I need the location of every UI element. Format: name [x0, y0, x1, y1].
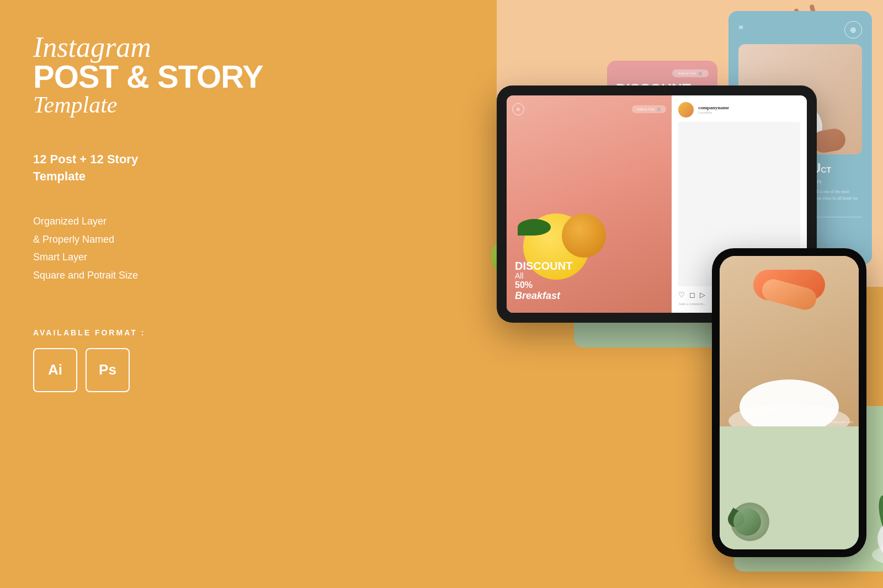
tablet-add-to-cart[interactable]: Add to Cart 🛒	[632, 105, 666, 113]
instagram-script-title: Instagram	[33, 33, 265, 62]
post-story-title: POST & STORY	[33, 59, 265, 94]
template-count: 12 Post + 12 Story Template	[33, 151, 265, 185]
phone-mockup: www.companysite.com	[712, 248, 866, 557]
template-label: Template	[33, 92, 265, 118]
tablet-discount: DISCOUNT	[515, 260, 572, 271]
logo-circle: ⊕	[844, 21, 862, 39]
add-to-cart-pill[interactable]: Add to Cart 🛒	[672, 70, 709, 77]
tablet-food-content: ⊕ Add to Cart 🛒 DISCOUNT All 50% Breakfa…	[507, 95, 672, 313]
ig-location: Location	[698, 110, 729, 115]
ai-badge: Ai	[33, 348, 77, 392]
features-list: Organized Layer & Properly Named Smart L…	[33, 212, 265, 284]
ps-badge: Ps	[86, 348, 130, 392]
phone-screen: www.companysite.com	[720, 256, 859, 549]
format-badges: Ai Ps	[33, 348, 265, 392]
ig-company: companyname	[698, 105, 729, 110]
available-format-label: AVAILABLE FORMAT :	[33, 328, 265, 337]
right-panel: ≡ ⊕ NEW PRODUCT Big Crunch and Delicious…	[359, 0, 883, 588]
menu-icon: ≡	[738, 23, 743, 33]
website-text: www.companysite.com	[820, 420, 853, 424]
left-panel: Instagram POST & STORY Template 12 Post …	[33, 33, 265, 392]
